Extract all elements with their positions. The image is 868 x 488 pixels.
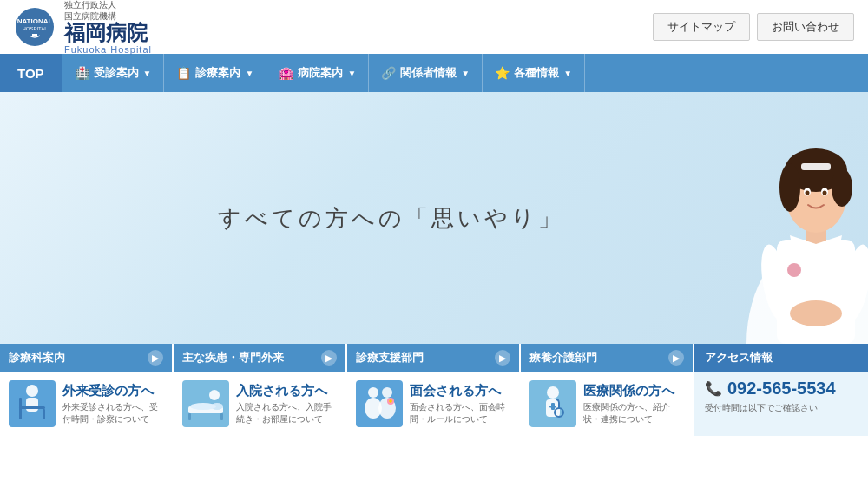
svg-point-37 xyxy=(547,386,559,399)
card-nursing-header[interactable]: 療養介護部門 ▶ xyxy=(521,344,693,372)
medical-icon: 📋 xyxy=(176,66,191,80)
nav-hospital[interactable]: 🏩 病院案内 ▼ xyxy=(266,54,369,92)
medical-arrow-icon: ▼ xyxy=(245,69,253,78)
svg-point-31 xyxy=(190,403,216,410)
visitor-icon xyxy=(358,382,401,425)
svg-rect-41 xyxy=(549,406,556,408)
svg-point-33 xyxy=(382,387,392,398)
nav-info[interactable]: ⭐ 各種情報 ▼ xyxy=(483,54,585,92)
card-support-body: 面会される方へ 面会される方へ、面会時間・ルールについて xyxy=(347,372,519,436)
nav-reception-label: 受診案内 xyxy=(94,65,139,81)
svg-rect-28 xyxy=(188,413,191,420)
card-medical-dept-title: 診療科案内 xyxy=(9,350,65,366)
card-disease-body: 入院される方へ 入院される方へ、入院手続き・お部屋について xyxy=(174,372,345,436)
nav-hospital-label: 病院案内 xyxy=(298,65,343,81)
hospital-arrow-icon: ▼ xyxy=(347,69,356,78)
medical-staff-icon xyxy=(531,382,575,425)
access-header: アクセス情報 xyxy=(694,344,868,372)
site-header: NATIONAL HOSPITAL 独立行政法人 国立病院機構 福岡病院 Fuk… xyxy=(0,0,868,54)
svg-point-10 xyxy=(832,168,852,207)
svg-point-32 xyxy=(368,387,378,398)
card-inpatient-link[interactable]: 入院される方へ xyxy=(236,382,337,399)
card-medical-dept: 診療科案内 ▶ 外来受診の方へ 外来受診される方へ、受付時間・診察について xyxy=(0,344,174,436)
info-icon: ⭐ xyxy=(495,66,510,80)
svg-point-16 xyxy=(787,263,801,277)
card-medical-dept-header[interactable]: 診療科案内 ▶ xyxy=(0,344,172,372)
logo-icon: NATIONAL HOSPITAL xyxy=(14,6,56,48)
svg-rect-15 xyxy=(801,163,831,170)
card-support-arrow-icon: ▶ xyxy=(495,350,510,366)
cards-section: 診療科案内 ▶ 外来受診の方へ 外来受診される方へ、受付時間・診察について xyxy=(0,344,868,436)
nav-top-label: TOP xyxy=(17,66,44,81)
stakeholders-arrow-icon: ▼ xyxy=(461,69,470,78)
svg-rect-24 xyxy=(43,409,45,419)
info-arrow-icon: ▼ xyxy=(563,69,572,78)
svg-point-19 xyxy=(790,300,842,326)
svg-point-20 xyxy=(26,385,38,397)
access-body: 📞 092-565-5534 受付時間は以下でご確認さい xyxy=(694,372,868,436)
card-nursing-body: 医療関係の方へ 医療関係の方へ、紹介状・連携について xyxy=(521,372,693,436)
card-disease-header[interactable]: 主な疾患・専門外来 ▶ xyxy=(174,344,345,372)
svg-rect-21 xyxy=(26,398,38,412)
card-nursing-title: 療養介護部門 xyxy=(529,350,597,366)
card-support-title: 診療支援部門 xyxy=(356,350,424,366)
card-outpatient-desc: 外来受診される方へ、受付時間・診察について xyxy=(62,401,163,425)
svg-point-13 xyxy=(806,191,810,195)
card-disease: 主な疾患・専門外来 ▶ 入院される方へ xyxy=(174,344,347,436)
card-medical-dept-arrow-icon: ▶ xyxy=(148,350,163,366)
inpatient-icon xyxy=(184,382,227,425)
hospital-icon: 🏩 xyxy=(279,66,293,80)
nav-reception[interactable]: 🏥 受診案内 ▼ xyxy=(62,54,165,92)
card-medical-staff-desc: 医療関係の方へ、紹介状・連携について xyxy=(583,401,684,425)
access-phone[interactable]: 📞 092-565-5534 xyxy=(705,379,858,399)
card-support: 診療支援部門 ▶ 面会される方へ 面会される方へ、面会時間・ルールについて xyxy=(347,344,521,436)
logo-subtitle: 独立行政法人 国立病院機構 xyxy=(64,0,152,22)
card-medical-dept-icon xyxy=(9,380,56,427)
contact-button[interactable]: お問い合わせ xyxy=(757,13,854,41)
reception-icon: 🏥 xyxy=(75,66,89,80)
card-support-content: 面会される方へ 面会される方へ、面会時間・ルールについて xyxy=(410,382,510,426)
svg-text:HOSPITAL: HOSPITAL xyxy=(22,26,48,31)
access-phone-number: 092-565-5534 xyxy=(727,379,836,399)
svg-rect-29 xyxy=(220,413,223,420)
card-disease-content: 入院される方へ 入院される方へ、入院手続き・お部屋について xyxy=(236,382,337,426)
card-outpatient-link[interactable]: 外来受診の方へ xyxy=(62,382,163,399)
card-nursing-content: 医療関係の方へ 医療関係の方へ、紹介状・連携について xyxy=(583,382,684,426)
card-disease-icon xyxy=(182,380,229,427)
svg-text:NATIONAL: NATIONAL xyxy=(17,17,53,25)
access-title: アクセス情報 xyxy=(705,350,773,366)
card-nursing-arrow-icon: ▶ xyxy=(668,350,684,366)
hero-nurse-image xyxy=(642,92,868,344)
card-visitor-link[interactable]: 面会される方へ xyxy=(410,382,510,399)
svg-point-14 xyxy=(823,191,827,195)
card-nursing-icon xyxy=(529,380,576,427)
svg-rect-25 xyxy=(19,398,22,411)
card-nursing: 療養介護部門 ▶ 医療関係の方へ 医療関係の方へ、紹介状・連 xyxy=(521,344,694,436)
card-medical-dept-body: 外来受診の方へ 外来受診される方へ、受付時間・診察について xyxy=(0,372,172,436)
svg-rect-22 xyxy=(19,406,45,409)
nurse-svg xyxy=(642,92,868,344)
card-visitor-desc: 面会される方へ、面会時間・ルールについて xyxy=(410,401,510,425)
card-support-icon xyxy=(356,380,403,427)
card-medical-dept-content: 外来受診の方へ 外来受診される方へ、受付時間・診察について xyxy=(62,382,163,426)
nav-info-label: 各種情報 xyxy=(514,65,559,81)
hero-section: すべての方への「思いやり」 xyxy=(0,92,868,344)
nav-stakeholders[interactable]: 🔗 関係者情報 ▼ xyxy=(369,54,483,92)
card-disease-arrow-icon: ▶ xyxy=(321,350,337,366)
nav-top[interactable]: TOP xyxy=(0,54,62,92)
main-navbar: TOP 🏥 受診案内 ▼ 📋 診療案内 ▼ 🏩 病院案内 ▼ 🔗 関係者情報 ▼… xyxy=(0,54,868,92)
logo[interactable]: NATIONAL HOSPITAL 独立行政法人 国立病院機構 福岡病院 Fuk… xyxy=(14,0,152,55)
nav-medical-label: 診療案内 xyxy=(195,65,240,81)
svg-point-26 xyxy=(209,390,220,400)
card-support-header[interactable]: 診療支援部門 ▶ xyxy=(347,344,519,372)
access-info-card: アクセス情報 📞 092-565-5534 受付時間は以下でご確認さい xyxy=(694,344,868,436)
logo-text-group: 独立行政法人 国立病院機構 福岡病院 Fukuoka Hospital xyxy=(64,0,152,55)
access-note: 受付時間は以下でご確認さい xyxy=(705,402,858,414)
card-disease-title: 主な疾患・専門外来 xyxy=(182,350,284,366)
nav-medical[interactable]: 📋 診療案内 ▼ xyxy=(164,54,266,92)
outpatient-icon xyxy=(10,382,54,425)
card-medical-staff-link[interactable]: 医療関係の方へ xyxy=(583,382,684,399)
nav-stakeholders-label: 関係者情報 xyxy=(400,65,457,81)
sitemap-button[interactable]: サイトマップ xyxy=(653,13,750,41)
svg-point-9 xyxy=(779,163,800,212)
